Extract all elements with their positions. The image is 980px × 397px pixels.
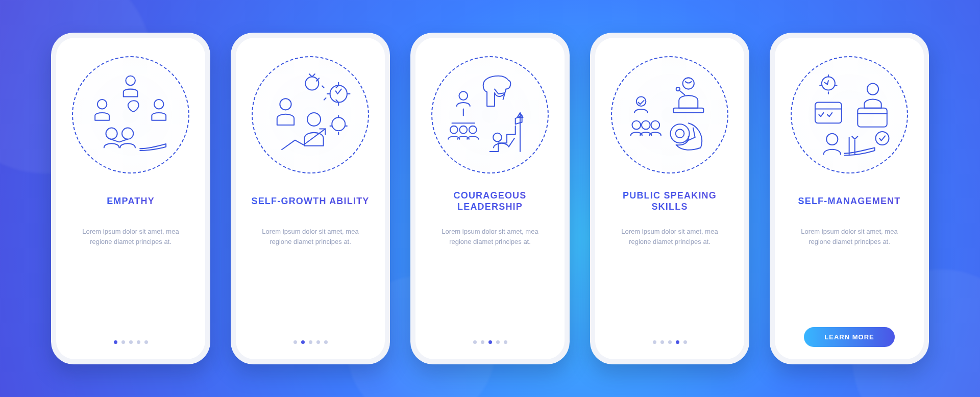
slide-title: SELF-GROWTH ABILITY (248, 189, 372, 213)
svg-point-4 (122, 128, 133, 139)
slide-title: SELF-MANAGEMENT (795, 189, 904, 213)
phone-row: EMPATHY Lorem ipsum dolor sit amet, mea … (0, 0, 980, 397)
phone-mockup: COURAGEOUS LEADERSHIP Lorem ipsum dolor … (410, 33, 570, 364)
dot[interactable] (481, 340, 484, 344)
svg-point-7 (330, 86, 347, 103)
svg-point-24 (822, 77, 835, 90)
dot[interactable] (660, 340, 664, 344)
dot[interactable] (293, 340, 297, 344)
svg-point-3 (106, 128, 117, 139)
svg-rect-27 (815, 103, 842, 123)
dot[interactable] (114, 340, 117, 344)
svg-point-2 (154, 100, 164, 109)
svg-rect-16 (673, 108, 703, 113)
svg-point-18 (636, 97, 646, 107)
pagination-dots[interactable] (653, 340, 687, 344)
svg-point-8 (307, 113, 321, 126)
slide-description: Lorem ipsum dolor sit amet, mea regione … (786, 227, 913, 321)
dot[interactable] (683, 340, 687, 344)
svg-point-25 (867, 84, 878, 95)
svg-point-28 (827, 134, 838, 145)
dot[interactable] (653, 340, 656, 344)
slide-title: EMPATHY (104, 189, 158, 213)
svg-point-19 (632, 121, 641, 130)
onboarding-screen[interactable]: EMPATHY Lorem ipsum dolor sit amet, mea … (56, 38, 205, 359)
empathy-icon (72, 56, 189, 173)
onboarding-screen[interactable]: PUBLIC SPEAKING SKILLS Lorem ipsum dolor… (595, 38, 744, 359)
dot[interactable] (668, 340, 672, 344)
slide-title: PUBLIC SPEAKING SKILLS (606, 189, 733, 213)
svg-point-20 (642, 121, 650, 130)
svg-point-1 (97, 100, 107, 109)
svg-rect-26 (858, 108, 887, 127)
svg-point-6 (306, 77, 319, 90)
learn-more-button[interactable]: LEARN MORE (804, 327, 894, 347)
onboarding-screen[interactable]: SELF-GROWTH ABILITY Lorem ipsum dolor si… (236, 38, 385, 359)
slide-description: Lorem ipsum dolor sit amet, mea regione … (427, 227, 553, 333)
slide-description: Lorem ipsum dolor sit amet, mea regione … (606, 227, 733, 333)
dot[interactable] (473, 340, 477, 344)
svg-point-21 (651, 121, 660, 130)
dot[interactable] (309, 340, 312, 344)
svg-point-12 (460, 126, 468, 134)
dot[interactable] (496, 340, 500, 344)
pagination-dots[interactable] (473, 340, 507, 344)
svg-point-10 (459, 92, 468, 101)
dot[interactable] (121, 340, 125, 344)
dot[interactable] (504, 340, 507, 344)
svg-point-17 (676, 87, 680, 91)
svg-point-29 (876, 132, 889, 145)
svg-point-9 (332, 118, 346, 131)
public-speaking-icon (611, 56, 728, 173)
svg-point-11 (450, 126, 458, 134)
dot[interactable] (301, 340, 305, 344)
phone-mockup: PUBLIC SPEAKING SKILLS Lorem ipsum dolor… (590, 33, 749, 364)
svg-point-0 (126, 76, 136, 86)
slide-description: Lorem ipsum dolor sit amet, mea regione … (67, 227, 194, 333)
svg-point-14 (493, 133, 502, 142)
pagination-dots[interactable] (114, 340, 148, 344)
phone-mockup: EMPATHY Lorem ipsum dolor sit amet, mea … (51, 33, 210, 364)
onboarding-screen[interactable]: COURAGEOUS LEADERSHIP Lorem ipsum dolor … (415, 38, 565, 359)
slide-title: COURAGEOUS LEADERSHIP (427, 189, 553, 213)
onboarding-screen[interactable]: SELF-MANAGEMENT Lorem ipsum dolor sit am… (775, 38, 924, 359)
dot[interactable] (144, 340, 148, 344)
phone-mockup: SELF-MANAGEMENT Lorem ipsum dolor sit am… (770, 33, 929, 364)
svg-point-13 (469, 126, 477, 134)
svg-point-23 (676, 130, 684, 138)
dot[interactable] (324, 340, 328, 344)
dot[interactable] (137, 340, 140, 344)
self-growth-icon (252, 56, 369, 173)
dot[interactable] (129, 340, 133, 344)
dot[interactable] (488, 340, 492, 344)
svg-point-5 (280, 98, 291, 110)
slide-description: Lorem ipsum dolor sit amet, mea regione … (247, 227, 374, 333)
pagination-dots[interactable] (293, 340, 328, 344)
svg-point-22 (671, 125, 690, 143)
dot[interactable] (316, 340, 320, 344)
leadership-icon (431, 56, 549, 173)
dot[interactable] (676, 340, 679, 344)
phone-mockup: SELF-GROWTH ABILITY Lorem ipsum dolor si… (231, 33, 390, 364)
self-management-icon (791, 56, 908, 173)
